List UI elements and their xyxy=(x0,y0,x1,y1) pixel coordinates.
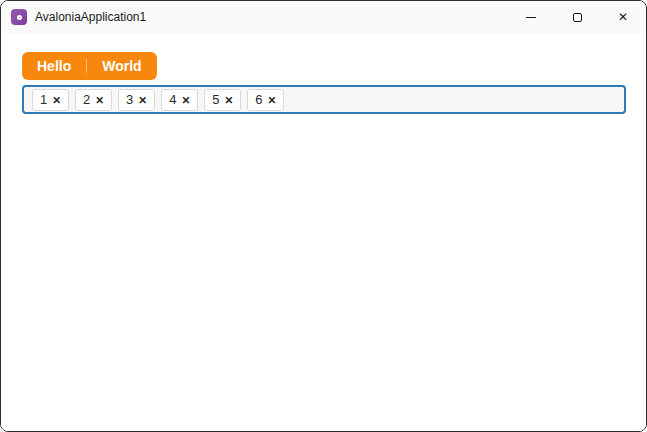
main-content: Hello World 1 ✕ 2 ✕ 3 ✕ 4 ✕ 5 ✕ xyxy=(1,33,646,431)
title-bar[interactable]: AvaloniaApplication1 ✕ xyxy=(1,1,646,33)
chip-2[interactable]: 2 ✕ xyxy=(75,89,112,111)
chip-4[interactable]: 4 ✕ xyxy=(161,89,198,111)
chip-label: 5 xyxy=(212,92,219,107)
chip-label: 6 xyxy=(255,92,262,107)
maximize-button[interactable] xyxy=(554,1,600,33)
avalonia-logo-ring xyxy=(17,15,22,20)
chip-remove-icon[interactable]: ✕ xyxy=(138,94,147,106)
chip-remove-icon[interactable]: ✕ xyxy=(95,94,104,106)
chip-remove-icon[interactable]: ✕ xyxy=(267,94,276,106)
hello-button[interactable]: Hello xyxy=(22,52,86,80)
maximize-icon xyxy=(573,13,582,22)
chip-label: 4 xyxy=(169,92,176,107)
chip-label: 1 xyxy=(40,92,47,107)
chip-remove-icon[interactable]: ✕ xyxy=(224,94,233,106)
caption-buttons: ✕ xyxy=(508,1,646,33)
app-window: AvaloniaApplication1 ✕ Hello World 1 ✕ xyxy=(0,0,647,432)
close-button[interactable]: ✕ xyxy=(600,1,646,33)
minimize-button[interactable] xyxy=(508,1,554,33)
chip-remove-icon[interactable]: ✕ xyxy=(181,94,190,106)
chip-label: 3 xyxy=(126,92,133,107)
world-button[interactable]: World xyxy=(87,52,156,80)
hello-world-button-group: Hello World xyxy=(22,52,157,80)
chip-remove-icon[interactable]: ✕ xyxy=(52,94,61,106)
minimize-icon xyxy=(526,17,536,18)
chip-label: 2 xyxy=(83,92,90,107)
avalonia-logo-icon[interactable] xyxy=(11,9,27,25)
chip-1[interactable]: 1 ✕ xyxy=(32,89,69,111)
chip-input-field[interactable]: 1 ✕ 2 ✕ 3 ✕ 4 ✕ 5 ✕ 6 ✕ xyxy=(22,85,626,114)
chip-6[interactable]: 6 ✕ xyxy=(247,89,284,111)
window-title: AvaloniaApplication1 xyxy=(35,10,146,24)
chip-5[interactable]: 5 ✕ xyxy=(204,89,241,111)
chip-3[interactable]: 3 ✕ xyxy=(118,89,155,111)
close-icon: ✕ xyxy=(618,11,628,23)
